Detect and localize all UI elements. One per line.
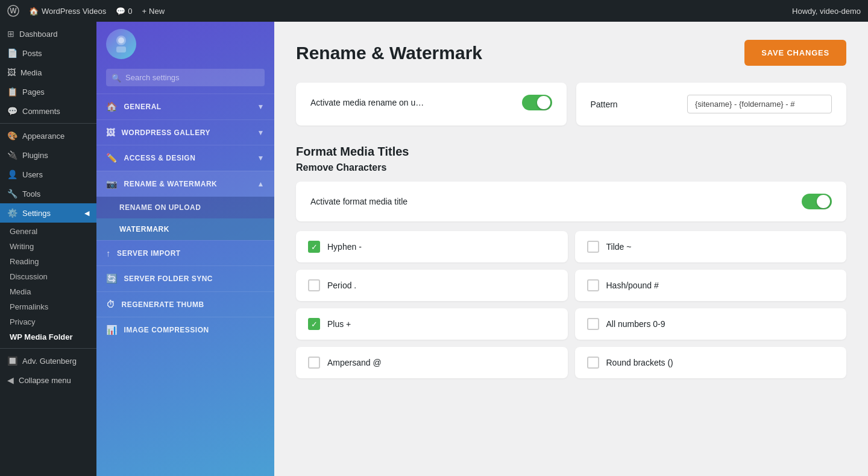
pattern-card: Pattern xyxy=(576,83,847,125)
remove-characters-heading: Remove Characters xyxy=(296,162,846,173)
checkbox-numbers[interactable] xyxy=(587,318,599,330)
pages-icon: 📋 xyxy=(7,87,17,97)
image-compression-icon: 📊 xyxy=(106,325,118,335)
pattern-label: Pattern xyxy=(591,100,618,109)
submenu-rename-on-upload[interactable]: RENAME ON UPLOAD xyxy=(96,197,274,218)
top-bar: W 🏠 WordPress Videos 💬 0 + New Howdy, vi… xyxy=(0,0,868,22)
general-menu-icon: 🏠 xyxy=(106,101,118,112)
sub-permalinks[interactable]: Permalinks xyxy=(0,299,96,314)
checkbox-card-hash: Hash/pound # xyxy=(575,270,847,301)
hash-label: Hash/pound # xyxy=(606,281,659,290)
server-sync-icon: 🔄 xyxy=(106,273,118,284)
appearance-icon: 🎨 xyxy=(7,131,17,141)
rename-submenu: RENAME ON UPLOAD WATERMARK xyxy=(96,197,274,240)
users-icon: 👤 xyxy=(7,170,17,179)
ampersand-label: Ampersand @ xyxy=(327,358,382,367)
left-nav: ⊞ Dashboard 📄 Posts 🖼 Media 📋 Pages 💬 Co… xyxy=(0,22,96,476)
media-icon: 🖼 xyxy=(7,68,16,77)
nav-settings[interactable]: ⚙️ Settings ◀ xyxy=(0,203,96,223)
new-button[interactable]: + New xyxy=(142,7,165,16)
plugin-menu-gallery[interactable]: 🖼 WORDPRESS GALLERY ▼ xyxy=(96,119,274,145)
wp-logo[interactable]: W xyxy=(7,5,19,17)
search-input[interactable] xyxy=(106,69,265,86)
submenu-watermark[interactable]: WATERMARK xyxy=(96,218,274,240)
activate-rename-toggle[interactable] xyxy=(522,95,552,110)
sub-writing[interactable]: Writing xyxy=(0,239,96,254)
nav-pages[interactable]: 📋 Pages xyxy=(0,82,96,101)
checkbox-brackets[interactable] xyxy=(587,357,599,369)
page-title: Rename & Watermark xyxy=(296,43,482,63)
gallery-chevron: ▼ xyxy=(257,129,265,137)
nav-media[interactable]: 🖼 Media xyxy=(0,63,96,82)
nav-users[interactable]: 👤 Users xyxy=(0,165,96,184)
nav-plugins[interactable]: 🔌 Plugins xyxy=(0,145,96,165)
nav-dashboard[interactable]: ⊞ Dashboard xyxy=(0,24,96,43)
plugin-sidebar: 🔍 🏠 GENERAL ▼ 🖼 WORDPRESS GALLERY ▼ ✏️ A… xyxy=(96,22,274,476)
sub-general[interactable]: General xyxy=(0,224,96,239)
plugin-menu-access[interactable]: ✏️ ACCESS & DESIGN ▼ xyxy=(96,145,274,171)
nav-collapse[interactable]: ◀ Collapse menu xyxy=(0,370,96,390)
sub-wp-media-folder[interactable]: WP Media Folder xyxy=(0,329,96,344)
search-icon: 🔍 xyxy=(112,73,121,82)
checkbox-card-hyphen: ✓ Hyphen - xyxy=(296,231,568,262)
collapse-icon: ◀ xyxy=(7,375,14,385)
howdy-text: Howdy, video-demo xyxy=(792,7,861,16)
sub-reading[interactable]: Reading xyxy=(0,254,96,269)
plugin-menu-rename[interactable]: 📷 RENAME & WATERMARK ▲ xyxy=(96,171,274,197)
site-name[interactable]: 🏠 WordPress Videos xyxy=(29,7,106,16)
nav-tools[interactable]: 🔧 Tools xyxy=(0,184,96,203)
checkbox-period[interactable] xyxy=(308,279,320,291)
numbers-label: All numbers 0-9 xyxy=(606,319,665,329)
plugin-menu-server-sync[interactable]: 🔄 SERVER FOLDER SYNC xyxy=(96,265,274,291)
sub-privacy[interactable]: Privacy xyxy=(0,314,96,329)
checkbox-ampersand[interactable] xyxy=(308,357,320,369)
nav-appearance[interactable]: 🎨 Appearance xyxy=(0,126,96,145)
plugin-search[interactable]: 🔍 xyxy=(106,69,265,86)
save-changes-button[interactable]: SAVE CHANGES xyxy=(744,40,846,66)
sub-discussion[interactable]: Discussion xyxy=(0,269,96,284)
checkbox-card-plus: ✓ Plus + xyxy=(296,308,568,340)
checkbox-tilde[interactable] xyxy=(587,241,599,253)
plugin-menu-general[interactable]: 🏠 GENERAL ▼ xyxy=(96,94,274,119)
checkbox-card-period: Period . xyxy=(296,270,568,301)
comments-icon: 💬 xyxy=(7,106,17,116)
plus-label: Plus + xyxy=(327,319,351,329)
checkbox-plus[interactable]: ✓ xyxy=(308,318,320,330)
rename-menu-icon: 📷 xyxy=(106,179,118,189)
comments-count[interactable]: 💬 0 xyxy=(116,7,132,16)
nav-comments[interactable]: 💬 Comments xyxy=(0,101,96,121)
adv-gutenberg-icon: 🔲 xyxy=(7,356,17,366)
plugin-logo xyxy=(106,29,136,59)
hyphen-label: Hyphen - xyxy=(327,242,362,252)
tools-icon: 🔧 xyxy=(7,189,17,198)
activate-rename-card: Activate media rename on u… xyxy=(296,83,567,125)
activate-format-label: Activate format media title xyxy=(310,197,407,206)
plugin-header xyxy=(96,22,274,66)
format-media-titles-heading: Format Media Titles xyxy=(296,145,846,159)
nav-adv-gutenberg[interactable]: 🔲 Adv. Gutenberg xyxy=(0,351,96,370)
top-cards: Activate media rename on u… Pattern xyxy=(296,83,846,135)
checkbox-card-tilde: Tilde ~ xyxy=(575,231,847,262)
content-header: Rename & Watermark SAVE CHANGES xyxy=(296,40,846,66)
sub-media[interactable]: Media xyxy=(0,284,96,299)
plugin-menu-server-import[interactable]: ↑ SERVER IMPORT xyxy=(96,240,274,265)
regen-thumb-icon: ⏱ xyxy=(106,299,116,309)
content-area: Rename & Watermark SAVE CHANGES Activate… xyxy=(274,22,868,476)
activate-rename-label: Activate media rename on u… xyxy=(310,98,424,107)
settings-icon: ⚙️ xyxy=(7,208,17,218)
svg-rect-4 xyxy=(116,46,126,52)
checkbox-hyphen[interactable]: ✓ xyxy=(308,241,320,253)
pattern-input[interactable] xyxy=(687,95,832,113)
access-menu-icon: ✏️ xyxy=(106,153,118,163)
plugin-menu-image-compression[interactable]: 📊 IMAGE COMPRESSION xyxy=(96,317,274,343)
posts-icon: 📄 xyxy=(7,48,17,58)
plugins-icon: 🔌 xyxy=(7,150,17,160)
general-chevron: ▼ xyxy=(257,103,265,111)
checkbox-hash[interactable] xyxy=(587,279,599,291)
plugin-menu-regen-thumb[interactable]: ⏱ REGENERATE THUMB xyxy=(96,291,274,317)
period-label: Period . xyxy=(327,281,356,290)
checkbox-grid: ✓ Hyphen - Tilde ~ Period . Hash/pound #… xyxy=(296,231,846,378)
checkbox-card-brackets: Round brackets () xyxy=(575,347,847,378)
activate-format-toggle[interactable] xyxy=(802,194,832,209)
nav-posts[interactable]: 📄 Posts xyxy=(0,43,96,63)
